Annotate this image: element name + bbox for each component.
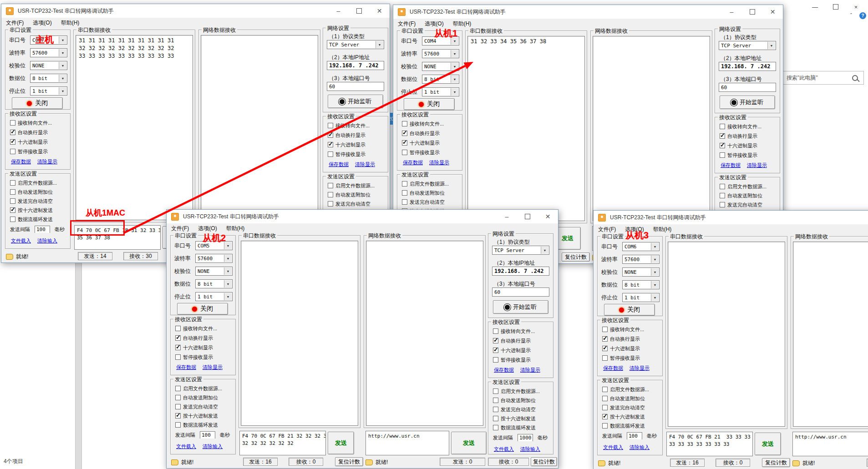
- checkbox-row[interactable]: 接收转向文件...: [493, 328, 551, 335]
- protocol-select[interactable]: TCP Server▼: [719, 41, 776, 50]
- explorer-minimize-button[interactable]: —: [805, 0, 825, 14]
- checkbox-row[interactable]: 启用文件数据源...: [602, 386, 660, 393]
- checkbox[interactable]: [175, 345, 181, 350]
- start-listen-button[interactable]: 开始监听: [328, 95, 383, 108]
- network-reset-counter-button[interactable]: 复位计数: [531, 457, 557, 466]
- checkbox-row[interactable]: 十六进制显示: [602, 345, 660, 352]
- checkbox-row[interactable]: 接收转向文件...: [602, 326, 660, 333]
- minimize-button[interactable]: –: [497, 210, 517, 223]
- menu-file[interactable]: 文件(F): [167, 225, 193, 232]
- checkbox-row[interactable]: 启用文件数据源...: [10, 179, 68, 187]
- checkbox[interactable]: [328, 123, 333, 128]
- checkbox-row[interactable]: 暂停接收显示: [10, 148, 68, 155]
- checkbox-row[interactable]: 自动发送附加位: [602, 395, 660, 402]
- checkbox[interactable]: [10, 139, 15, 145]
- checkbox[interactable]: [402, 190, 407, 196]
- save-data-link[interactable]: 保存数据: [603, 365, 623, 372]
- checkbox-row[interactable]: 自动发送附加位: [402, 189, 460, 197]
- checkbox[interactable]: [175, 413, 181, 419]
- checkbox-row[interactable]: 启用文件数据源...: [402, 180, 460, 187]
- parity-select[interactable]: NONE▼: [30, 61, 67, 70]
- checkbox[interactable]: [402, 199, 407, 205]
- checkbox[interactable]: [493, 338, 498, 343]
- checkbox-row[interactable]: 自动发送附加位: [10, 188, 68, 196]
- network-receive-area[interactable]: [366, 241, 483, 426]
- checkbox-row[interactable]: 数据流循环发送: [10, 216, 68, 223]
- menu-help[interactable]: 帮助(H): [222, 225, 249, 232]
- chevron-down-icon[interactable]: ▼: [59, 36, 66, 44]
- clear-input-link[interactable]: 清除输入: [520, 446, 540, 453]
- checkbox-row[interactable]: 自动换行显示: [328, 131, 386, 139]
- serial-close-button[interactable]: 关闭: [177, 303, 228, 315]
- checkbox[interactable]: [602, 396, 608, 401]
- checkbox-row[interactable]: 自动发送附加位: [175, 394, 233, 401]
- checkbox[interactable]: [175, 404, 181, 409]
- stopbits-select[interactable]: 1 bit▼: [195, 292, 233, 301]
- checkbox-row[interactable]: 自动发送附加位: [493, 397, 551, 404]
- checkbox-row[interactable]: 十六进制显示: [493, 347, 551, 354]
- serial-send-input[interactable]: F4 70 0C 67 FB 21 33 33 33 33 33 33 33 3…: [666, 432, 753, 456]
- window-2-titlebar[interactable]: USR-TCP232-Test 串口转网络调试助手 – ✕: [167, 210, 558, 223]
- send-interval-input[interactable]: 1000: [518, 434, 533, 441]
- databits-select[interactable]: 8 bit▼: [195, 279, 233, 288]
- parity-select[interactable]: NONE▼: [422, 62, 459, 71]
- serial-reset-counter-button[interactable]: 复位计数: [335, 457, 363, 466]
- chevron-down-icon[interactable]: ▼: [59, 62, 66, 69]
- checkbox[interactable]: [602, 336, 608, 342]
- checkbox[interactable]: [328, 183, 333, 188]
- menu-help[interactable]: 帮助(H): [56, 19, 84, 27]
- checkbox[interactable]: [493, 398, 498, 403]
- clear-display-link[interactable]: 清除显示: [520, 367, 540, 373]
- serial-send-button[interactable]: 发送: [328, 432, 354, 454]
- menu-options[interactable]: 选项(O): [420, 20, 448, 28]
- serial-close-button[interactable]: 关闭: [404, 98, 455, 110]
- checkbox-row[interactable]: 按十六进制发送: [493, 415, 551, 422]
- network-send-input[interactable]: http://www.usr.cn: [365, 431, 449, 455]
- checkbox[interactable]: [602, 405, 608, 410]
- save-data-link[interactable]: 保存数据: [329, 161, 349, 168]
- maximize-button[interactable]: [349, 4, 369, 18]
- checkbox[interactable]: [493, 407, 498, 412]
- serial-receive-area[interactable]: 31 31 31 31 31 31 31 31 31 31 32 32 32 3…: [76, 35, 193, 220]
- start-listen-button[interactable]: 开始监听: [720, 96, 775, 109]
- serial-close-button[interactable]: 关闭: [604, 304, 655, 316]
- checkbox[interactable]: [402, 140, 407, 146]
- checkbox[interactable]: [328, 151, 333, 157]
- clear-display-link[interactable]: 清除显示: [203, 364, 223, 371]
- checkbox[interactable]: [175, 395, 181, 400]
- checkbox[interactable]: [10, 198, 15, 204]
- baud-select[interactable]: 57600▼: [422, 49, 459, 58]
- baud-select[interactable]: 57600▼: [195, 254, 233, 263]
- checkbox-row[interactable]: 启用文件数据源...: [493, 388, 551, 395]
- checkbox-row[interactable]: 数据流循环发送: [175, 421, 233, 429]
- save-data-link[interactable]: 保存数据: [721, 162, 741, 169]
- checkbox[interactable]: [10, 207, 15, 213]
- checkbox[interactable]: [175, 326, 181, 331]
- load-file-link[interactable]: 文件载入: [176, 443, 196, 450]
- maximize-button[interactable]: [742, 5, 762, 19]
- databits-select[interactable]: 8 bit▼: [30, 74, 67, 83]
- stopbits-select[interactable]: 1 bit▼: [422, 87, 459, 96]
- chevron-down-icon[interactable]: ▼: [651, 256, 659, 263]
- checkbox[interactable]: [720, 143, 725, 148]
- checkbox[interactable]: [175, 354, 181, 360]
- checkbox-row[interactable]: 暂停接收显示: [493, 356, 551, 363]
- stopbits-select[interactable]: 1 bit▼: [30, 86, 67, 96]
- checkbox[interactable]: [493, 357, 498, 363]
- chevron-down-icon[interactable]: ▼: [651, 294, 659, 301]
- window-3-titlebar[interactable]: USR-TCP232-Test 串口转网络调试助手 – ✕: [594, 211, 868, 224]
- checkbox[interactable]: [175, 422, 181, 428]
- checkbox-row[interactable]: 十六进制显示: [175, 344, 233, 351]
- clear-display-link[interactable]: 清除显示: [747, 162, 767, 169]
- checkbox-row[interactable]: 启用文件数据源...: [175, 385, 233, 392]
- checkbox[interactable]: [602, 355, 608, 361]
- checkbox-row[interactable]: 自动换行显示: [720, 132, 778, 140]
- app-window-2[interactable]: USR-TCP232-Test 串口转网络调试助手 – ✕ 文件(F) 选项(O…: [166, 209, 558, 469]
- menu-help[interactable]: 帮助(H): [649, 226, 676, 233]
- checkbox[interactable]: [328, 201, 333, 207]
- checkbox[interactable]: [10, 120, 15, 126]
- checkbox[interactable]: [720, 133, 725, 139]
- checkbox[interactable]: [175, 386, 181, 391]
- serial-receive-area[interactable]: [668, 242, 785, 427]
- serial-reset-counter-button[interactable]: 复位计数: [562, 252, 590, 262]
